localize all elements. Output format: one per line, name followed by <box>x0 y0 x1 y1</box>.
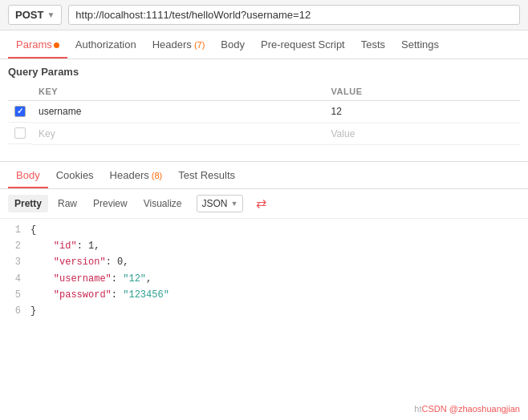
code-line-3: 3 "version": 0, <box>8 254 528 270</box>
params-dot <box>54 42 59 48</box>
method-dropdown[interactable]: POST ▼ <box>8 5 62 25</box>
tab-response-body[interactable]: Body <box>8 162 48 188</box>
fmt-tab-visualize[interactable]: Visualize <box>137 195 189 212</box>
tab-body[interactable]: Body <box>213 30 253 59</box>
query-params-title: Query Params <box>8 66 520 78</box>
row2-key: Key <box>32 123 325 144</box>
table-row: username 12 <box>8 101 520 123</box>
row1-checkbox-cell[interactable] <box>8 101 32 123</box>
col-value-header: VALUE <box>325 83 521 101</box>
row2-checkbox-cell[interactable] <box>8 123 32 144</box>
col-key-header: KEY <box>32 83 325 101</box>
code-line-2: 2 "id": 1, <box>8 238 528 254</box>
wrap-icon[interactable]: ⇄ <box>251 194 270 213</box>
url-bar: POST ▼ <box>0 0 528 30</box>
tab-prerequest[interactable]: Pre-request Script <box>253 30 353 59</box>
code-line-4: 4 "username": "12", <box>8 271 528 287</box>
tab-authorization[interactable]: Authorization <box>67 30 144 59</box>
row2-value: Value <box>325 123 521 144</box>
query-params-section: Query Params KEY VALUE username 12 <box>0 59 528 145</box>
code-line-1: 1 { <box>8 222 528 238</box>
format-caret-icon: ▼ <box>231 200 238 208</box>
row1-value: 12 <box>325 101 521 123</box>
url-input[interactable] <box>68 5 520 25</box>
tab-headers[interactable]: Headers (7) <box>144 30 213 59</box>
table-row: Key Value <box>8 123 520 144</box>
code-block: 1 { 2 "id": 1, 3 "version": 0, 4 "userna… <box>0 219 528 323</box>
code-line-5: 5 "password": "123456" <box>8 287 528 303</box>
response-tabs: Body Cookies Headers (8) Test Results <box>0 162 528 189</box>
row2-checkbox[interactable] <box>14 127 26 139</box>
fmt-tab-raw[interactable]: Raw <box>51 195 83 212</box>
params-table: KEY VALUE username 12 <box>8 83 520 145</box>
method-chevron-icon: ▼ <box>47 10 55 19</box>
fmt-tab-pretty[interactable]: Pretty <box>8 195 48 212</box>
tab-params[interactable]: Params <box>8 30 67 59</box>
fmt-tab-preview[interactable]: Preview <box>87 195 134 212</box>
format-select[interactable]: JSON ▼ <box>197 195 244 212</box>
method-label: POST <box>15 9 43 21</box>
tab-tests[interactable]: Tests <box>353 30 393 59</box>
tab-settings[interactable]: Settings <box>393 30 447 59</box>
request-tabs: Params Authorization Headers (7) Body Pr… <box>0 30 528 59</box>
tab-cookies[interactable]: Cookies <box>48 162 102 188</box>
code-line-6: 6 } <box>8 303 528 319</box>
col-checkbox-header <box>8 83 32 101</box>
tab-test-results[interactable]: Test Results <box>170 162 243 188</box>
watermark: htCSDN @zhaoshuangjian <box>414 404 520 414</box>
format-bar: Pretty Raw Preview Visualize JSON ▼ ⇄ <box>0 189 528 219</box>
tab-response-headers[interactable]: Headers (8) <box>102 162 171 188</box>
row1-key: username <box>32 101 325 123</box>
row1-checkbox[interactable] <box>14 106 26 117</box>
